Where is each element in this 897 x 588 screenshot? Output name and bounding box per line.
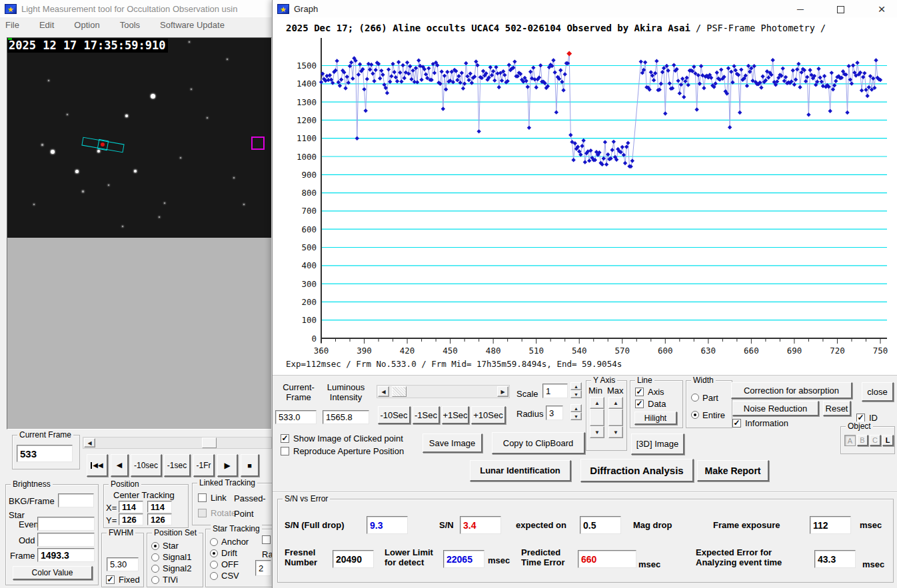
radio-tivi[interactable]: TIVi (151, 574, 191, 585)
rewind-to-start-button[interactable]: ◀◀ (87, 454, 108, 477)
spin-down-icon[interactable]: ▼ (570, 412, 582, 420)
frame-brightness-input[interactable]: 1493.3 (37, 548, 95, 562)
even-input[interactable] (37, 517, 95, 531)
radio-button-icon[interactable] (210, 549, 218, 557)
predicted-time-error-value[interactable]: 660 (578, 550, 636, 568)
radio-part[interactable]: Part (691, 389, 725, 406)
ymin-down-button[interactable]: ▼ (590, 426, 604, 438)
star-tracking-checkbox[interactable] (262, 535, 271, 544)
fwhm-input[interactable]: 5.30 (107, 557, 139, 571)
spin-down-icon[interactable]: ▼ (570, 390, 582, 398)
ymax-down-button[interactable]: ▼ (608, 426, 623, 438)
play-button[interactable]: ▶ (217, 454, 238, 477)
video-frame[interactable]: 2025 12 17 17:35:59:910 (7, 38, 271, 238)
plus-1sec-graph-button[interactable]: +1Sec (442, 406, 469, 424)
radio-button-icon[interactable] (151, 553, 159, 561)
radio-button-icon[interactable] (691, 394, 699, 402)
radio-entire[interactable]: Entire (691, 406, 725, 424)
checkbox-box[interactable]: ✓ (635, 400, 644, 408)
checkbox-box[interactable]: ✓ (106, 575, 115, 584)
close-graph-button[interactable]: close (862, 382, 894, 402)
information-checkbox[interactable]: ✓Information (732, 418, 788, 428)
menu-item-edit[interactable]: Edit (39, 20, 54, 30)
object-c-button[interactable]: C (870, 435, 881, 446)
sn-value[interactable]: 3.4 (460, 516, 501, 534)
radio-drift[interactable]: Drift (210, 547, 249, 559)
plus-10sec-graph-button[interactable]: +10Sec (471, 406, 506, 424)
minus-1frame-button[interactable]: -1Fr (193, 454, 215, 477)
radius-spinner[interactable]: ▲ ▼ (570, 404, 582, 420)
radio-button-icon[interactable] (151, 542, 159, 550)
save-image-button[interactable]: Save Image (423, 434, 482, 453)
show-image-checkbox[interactable]: ✓Show Image of Clicked point (281, 434, 403, 443)
scrollbar-thumb[interactable] (392, 386, 407, 397)
slider-thumb[interactable] (202, 438, 217, 448)
scrollbar-right-arrow[interactable]: ▶ (497, 386, 508, 397)
checkbox-box[interactable]: ✓ (732, 419, 741, 428)
noise-reduction-button[interactable]: Noise Reduction (732, 401, 819, 416)
tracking-y-input[interactable]: 126 (147, 513, 172, 525)
radio-anchor[interactable]: Anchor (210, 536, 249, 547)
ymin-mid-button[interactable] (590, 409, 604, 426)
expected-error-value[interactable]: 43.3 (814, 550, 856, 568)
range-input[interactable]: 2 (255, 560, 271, 576)
luminous-intensity-input[interactable]: 1565.8 (323, 410, 369, 424)
link-checkbox[interactable]: Link (198, 493, 227, 503)
ymin-up-button[interactable]: ▲ (590, 397, 604, 409)
menu-item-option[interactable]: Option (74, 20, 99, 30)
checkbox-box[interactable] (198, 493, 207, 502)
object-b-button[interactable]: B (857, 435, 868, 446)
tracking-x-input[interactable]: 114 (147, 501, 172, 513)
slider-left-arrow[interactable]: ◀ (84, 438, 95, 447)
scale-spinner[interactable]: ▲ ▼ (570, 382, 582, 398)
hilight-button[interactable]: Hilight (634, 412, 677, 425)
radio-button-icon[interactable] (151, 576, 159, 584)
radio-signal1[interactable]: Signal1 (151, 551, 191, 563)
radius-input[interactable]: 3 (546, 406, 563, 420)
fresnel-number-value[interactable]: 20490 (333, 550, 374, 568)
radio-button-icon[interactable] (151, 565, 159, 573)
scale-input[interactable]: 1 (542, 384, 568, 398)
center-y-input[interactable]: 126 (119, 513, 143, 525)
lower-limit-value[interactable]: 22065 (443, 550, 484, 568)
center-x-input[interactable]: 114 (119, 501, 143, 513)
step-back-button[interactable]: ◀ (111, 454, 129, 477)
radio-off[interactable]: OFF (210, 559, 249, 570)
ymax-up-button[interactable]: ▲ (608, 397, 623, 409)
diffraction-analysis-button[interactable]: Diffraction Analysis (580, 459, 694, 482)
reproduce-aperture-checkbox[interactable]: Reproduce Aperture Position (281, 446, 404, 456)
checkbox-box[interactable] (281, 447, 289, 455)
sn-full-drop-value[interactable]: 9.3 (367, 516, 408, 534)
light-curve-chart[interactable]: 3603904204504805105405706006306606907207… (273, 0, 897, 375)
spin-up-icon[interactable]: ▲ (570, 382, 582, 390)
odd-input[interactable] (37, 533, 95, 547)
radio-button-icon[interactable] (210, 538, 218, 546)
ymax-mid-button[interactable] (608, 409, 623, 426)
scrollbar-left-arrow[interactable]: ◀ (378, 386, 389, 397)
minus-10sec-button[interactable]: -10sec (131, 454, 162, 477)
current-frame-input[interactable]: 533 (17, 445, 73, 462)
comparison-aperture[interactable] (251, 137, 265, 150)
lunar-identification-button[interactable]: Lunar Identification (470, 460, 571, 481)
menu-item-file[interactable]: File (5, 20, 19, 30)
reset-button[interactable]: Reset (823, 401, 851, 416)
graph-scrollbar[interactable]: ◀ ▶ (377, 385, 510, 398)
radio-button-icon[interactable] (210, 572, 218, 580)
data-checkbox[interactable]: ✓Data (635, 399, 666, 409)
checkbox-box[interactable]: ✓ (635, 388, 644, 396)
radio-star[interactable]: Star (151, 540, 191, 551)
stop-button[interactable]: ■ (241, 454, 259, 477)
axis-checkbox[interactable]: ✓Axis (635, 387, 664, 397)
object-a-button[interactable]: A (844, 435, 856, 446)
radio-signal2[interactable]: Signal2 (151, 563, 191, 574)
make-report-button[interactable]: Make Report (697, 460, 769, 481)
copy-to-clipboard-button[interactable]: Copy to ClipBoard (492, 432, 585, 454)
radio-button-icon[interactable] (691, 411, 699, 419)
frame-position-slider[interactable]: ◀ (83, 437, 272, 449)
color-value-button[interactable]: Color Value (13, 566, 93, 580)
minus-1sec-graph-button[interactable]: -1Sec (413, 406, 440, 424)
menu-item-tools[interactable]: Tools (120, 20, 140, 30)
correction-absorption-button[interactable]: Correction for absorption (731, 382, 852, 399)
minus-1sec-button[interactable]: -1sec (164, 454, 191, 477)
minus-10sec-graph-button[interactable]: -10Sec (378, 406, 411, 424)
